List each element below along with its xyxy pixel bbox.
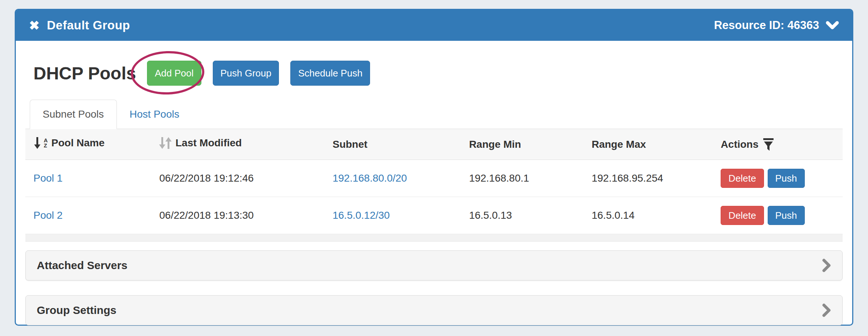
accordion-group-settings[interactable]: Group Settings	[25, 295, 843, 325]
tab-subnet-pools[interactable]: Subnet Pools	[30, 100, 117, 129]
chevron-right-icon	[822, 303, 831, 318]
pool-name-link[interactable]: Pool 1	[33, 172, 62, 184]
schedule-push-button[interactable]: Schedule Push	[290, 61, 370, 86]
header-actions: Actions	[713, 129, 843, 160]
panel-title: Default Group	[47, 18, 130, 32]
range-min-cell: 16.5.0.13	[461, 197, 584, 234]
last-modified-cell: 06/22/2018 19:12:46	[151, 160, 324, 197]
push-button[interactable]: Push	[768, 169, 805, 188]
subnet-link[interactable]: 192.168.80.0/20	[333, 172, 407, 184]
delete-button[interactable]: Delete	[721, 206, 764, 225]
last-modified-cell: 06/22/2018 19:13:30	[151, 197, 324, 234]
header-last-modified[interactable]: Last Modified	[151, 129, 324, 160]
delete-button[interactable]: Delete	[721, 169, 764, 188]
range-max-cell: 192.168.95.254	[584, 160, 713, 197]
add-pool-button[interactable]: Add Pool	[147, 61, 201, 86]
sort-alpha-asc-icon[interactable]	[33, 136, 42, 150]
table-footer-strip	[25, 234, 843, 242]
range-min-cell: 192.168.80.1	[461, 160, 584, 197]
page-title: DHCP Pools	[33, 63, 136, 83]
header-pool-name[interactable]: AZ Pool Name	[25, 129, 151, 160]
table-row: Pool 2 06/22/2018 19:13:30 16.5.0.12/30 …	[25, 197, 843, 234]
default-group-panel: ✖ Default Group Resource ID: 46363 DHCP …	[15, 9, 853, 326]
pool-tabs: Subnet Pools Host Pools	[25, 100, 843, 129]
chevron-right-icon	[822, 258, 831, 273]
table-header-row: AZ Pool Name	[25, 129, 843, 160]
push-group-button[interactable]: Push Group	[213, 61, 279, 86]
accordion-label: Attached Servers	[37, 259, 128, 272]
header-subnet[interactable]: Subnet	[324, 129, 461, 160]
subnet-link[interactable]: 16.5.0.12/30	[333, 210, 390, 221]
close-icon[interactable]: ✖	[29, 19, 40, 32]
title-row: DHCP Pools Add Pool Push Group Schedule …	[33, 56, 843, 90]
filter-icon[interactable]	[762, 137, 775, 151]
chevron-down-icon	[826, 21, 839, 30]
resource-id-label: Resource ID: 46363	[714, 19, 819, 32]
accordion-label: Group Settings	[37, 304, 116, 317]
tab-host-pools[interactable]: Host Pools	[117, 100, 192, 129]
sort-icon[interactable]	[159, 136, 172, 150]
subnet-pools-table: AZ Pool Name	[25, 129, 843, 234]
accordion-attached-servers[interactable]: Attached Servers	[25, 250, 843, 280]
panel-content: DHCP Pools Add Pool Push Group Schedule …	[16, 56, 852, 242]
resource-id-toggle[interactable]: Resource ID: 46363	[714, 19, 839, 32]
header-range-max[interactable]: Range Max	[584, 129, 713, 160]
sort-alpha-letters: AZ	[44, 138, 48, 148]
pool-name-link[interactable]: Pool 2	[33, 210, 62, 221]
header-range-min[interactable]: Range Min	[461, 129, 584, 160]
push-button[interactable]: Push	[768, 206, 805, 225]
table-row: Pool 1 06/22/2018 19:12:46 192.168.80.0/…	[25, 160, 843, 197]
range-max-cell: 16.5.0.14	[584, 197, 713, 234]
panel-header: ✖ Default Group Resource ID: 46363	[16, 10, 852, 41]
